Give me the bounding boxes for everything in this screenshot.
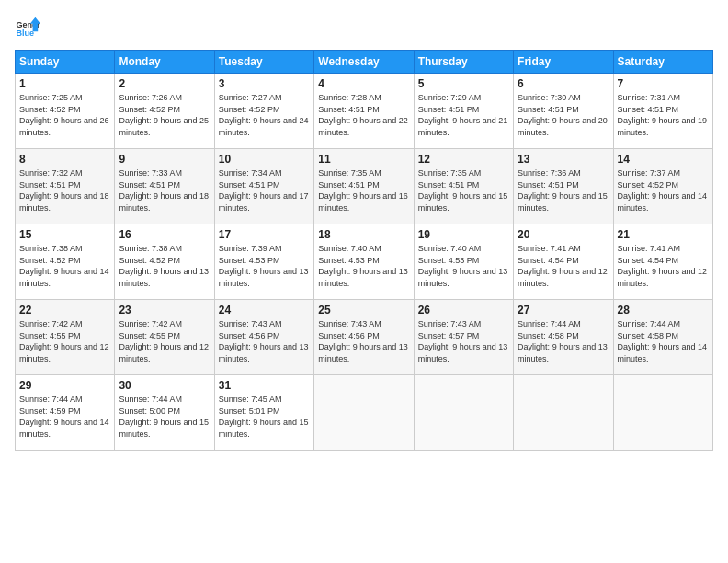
week-row-5: 29 Sunrise: 7:44 AMSunset: 4:59 PMDaylig…: [16, 375, 713, 451]
day-cell: 20 Sunrise: 7:41 AMSunset: 4:54 PMDaylig…: [514, 224, 613, 300]
day-number: 7: [618, 77, 709, 90]
day-header-sunday: Sunday: [16, 51, 115, 74]
day-cell: 30 Sunrise: 7:44 AMSunset: 5:00 PMDaylig…: [115, 375, 214, 451]
day-number: 18: [318, 228, 409, 241]
day-info: Sunrise: 7:38 AMSunset: 4:52 PMDaylight:…: [19, 244, 109, 288]
day-number: 8: [19, 153, 110, 166]
day-cell: 1 Sunrise: 7:25 AMSunset: 4:52 PMDayligh…: [16, 74, 115, 149]
day-info: Sunrise: 7:45 AMSunset: 5:01 PMDaylight:…: [219, 395, 309, 439]
logo-icon: General Blue: [15, 15, 40, 40]
day-number: 23: [119, 304, 210, 316]
day-cell: 14 Sunrise: 7:37 AMSunset: 4:52 PMDaylig…: [613, 149, 712, 224]
day-number: 12: [418, 153, 509, 166]
day-info: Sunrise: 7:40 AMSunset: 4:53 PMDaylight:…: [418, 244, 508, 288]
day-cell: 7 Sunrise: 7:31 AMSunset: 4:51 PMDayligh…: [613, 74, 712, 149]
day-number: 24: [219, 304, 310, 316]
day-cell: 28 Sunrise: 7:44 AMSunset: 4:58 PMDaylig…: [613, 300, 712, 375]
day-cell: [514, 375, 613, 451]
day-cell: 22 Sunrise: 7:42 AMSunset: 4:55 PMDaylig…: [16, 300, 115, 375]
day-number: 16: [119, 228, 210, 241]
day-header-monday: Monday: [115, 51, 214, 74]
day-cell: 25 Sunrise: 7:43 AMSunset: 4:56 PMDaylig…: [314, 300, 414, 375]
day-cell: 26 Sunrise: 7:43 AMSunset: 4:57 PMDaylig…: [414, 300, 513, 375]
day-cell: 31 Sunrise: 7:45 AMSunset: 5:01 PMDaylig…: [214, 375, 313, 451]
day-header-tuesday: Tuesday: [214, 51, 313, 74]
day-header-wednesday: Wednesday: [314, 51, 414, 74]
day-info: Sunrise: 7:41 AMSunset: 4:54 PMDaylight:…: [618, 244, 708, 288]
day-number: 13: [518, 153, 609, 166]
day-info: Sunrise: 7:28 AMSunset: 4:51 PMDaylight:…: [318, 93, 408, 137]
day-info: Sunrise: 7:29 AMSunset: 4:51 PMDaylight:…: [418, 93, 508, 137]
day-number: 21: [618, 228, 709, 241]
day-info: Sunrise: 7:41 AMSunset: 4:54 PMDaylight:…: [518, 244, 608, 288]
logo: General Blue: [15, 15, 40, 40]
day-number: 2: [119, 77, 210, 90]
day-number: 20: [518, 228, 609, 241]
day-number: 9: [119, 153, 210, 166]
day-info: Sunrise: 7:32 AMSunset: 4:51 PMDaylight:…: [19, 168, 109, 213]
day-number: 11: [318, 153, 409, 166]
day-number: 1: [19, 77, 110, 90]
day-cell: 13 Sunrise: 7:36 AMSunset: 4:51 PMDaylig…: [514, 149, 613, 224]
day-cell: [314, 375, 414, 451]
day-number: 17: [219, 228, 310, 241]
day-number: 3: [219, 77, 310, 90]
day-cell: 11 Sunrise: 7:35 AMSunset: 4:51 PMDaylig…: [314, 149, 414, 224]
day-cell: 9 Sunrise: 7:33 AMSunset: 4:51 PMDayligh…: [115, 149, 214, 224]
week-row-3: 15 Sunrise: 7:38 AMSunset: 4:52 PMDaylig…: [16, 224, 713, 300]
day-number: 10: [219, 153, 310, 166]
day-cell: [613, 375, 712, 451]
day-header-thursday: Thursday: [414, 51, 513, 74]
day-info: Sunrise: 7:44 AMSunset: 4:59 PMDaylight:…: [19, 395, 109, 439]
day-info: Sunrise: 7:35 AMSunset: 4:51 PMDaylight:…: [318, 168, 408, 213]
day-cell: 2 Sunrise: 7:26 AMSunset: 4:52 PMDayligh…: [115, 74, 214, 149]
svg-text:Blue: Blue: [16, 29, 34, 38]
day-info: Sunrise: 7:30 AMSunset: 4:51 PMDaylight:…: [518, 93, 608, 137]
week-row-2: 8 Sunrise: 7:32 AMSunset: 4:51 PMDayligh…: [16, 149, 713, 224]
day-number: 31: [219, 379, 310, 392]
day-number: 26: [418, 304, 509, 316]
header: General Blue: [15, 15, 713, 40]
day-info: Sunrise: 7:37 AMSunset: 4:52 PMDaylight:…: [618, 168, 708, 213]
day-number: 25: [318, 304, 409, 316]
day-cell: 4 Sunrise: 7:28 AMSunset: 4:51 PMDayligh…: [314, 74, 414, 149]
day-cell: 24 Sunrise: 7:43 AMSunset: 4:56 PMDaylig…: [214, 300, 313, 375]
day-number: 14: [618, 153, 709, 166]
day-number: 27: [518, 304, 609, 316]
day-info: Sunrise: 7:40 AMSunset: 4:53 PMDaylight:…: [318, 244, 408, 288]
day-number: 29: [19, 379, 110, 392]
week-row-1: 1 Sunrise: 7:25 AMSunset: 4:52 PMDayligh…: [16, 74, 713, 149]
day-number: 6: [518, 77, 609, 90]
day-header-friday: Friday: [514, 51, 613, 74]
day-number: 19: [418, 228, 509, 241]
day-info: Sunrise: 7:26 AMSunset: 4:52 PMDaylight:…: [119, 93, 209, 137]
day-info: Sunrise: 7:39 AMSunset: 4:53 PMDaylight:…: [219, 244, 309, 288]
calendar-body: 1 Sunrise: 7:25 AMSunset: 4:52 PMDayligh…: [16, 74, 713, 451]
day-cell: 3 Sunrise: 7:27 AMSunset: 4:52 PMDayligh…: [214, 74, 313, 149]
day-cell: 19 Sunrise: 7:40 AMSunset: 4:53 PMDaylig…: [414, 224, 513, 300]
day-number: 4: [318, 77, 409, 90]
day-number: 5: [418, 77, 509, 90]
day-cell: [414, 375, 513, 451]
page: General Blue SundayMondayTuesdayWednesda…: [0, 0, 728, 563]
day-info: Sunrise: 7:42 AMSunset: 4:55 PMDaylight:…: [19, 319, 109, 363]
day-header-saturday: Saturday: [613, 51, 712, 74]
day-info: Sunrise: 7:42 AMSunset: 4:55 PMDaylight:…: [119, 319, 209, 363]
week-row-4: 22 Sunrise: 7:42 AMSunset: 4:55 PMDaylig…: [16, 300, 713, 375]
day-info: Sunrise: 7:36 AMSunset: 4:51 PMDaylight:…: [518, 168, 608, 213]
day-cell: 17 Sunrise: 7:39 AMSunset: 4:53 PMDaylig…: [214, 224, 313, 300]
day-cell: 23 Sunrise: 7:42 AMSunset: 4:55 PMDaylig…: [115, 300, 214, 375]
day-cell: 18 Sunrise: 7:40 AMSunset: 4:53 PMDaylig…: [314, 224, 414, 300]
day-number: 22: [19, 304, 110, 316]
day-cell: 29 Sunrise: 7:44 AMSunset: 4:59 PMDaylig…: [16, 375, 115, 451]
day-info: Sunrise: 7:38 AMSunset: 4:52 PMDaylight:…: [119, 244, 209, 288]
day-cell: 15 Sunrise: 7:38 AMSunset: 4:52 PMDaylig…: [16, 224, 115, 300]
day-cell: 10 Sunrise: 7:34 AMSunset: 4:51 PMDaylig…: [214, 149, 313, 224]
day-info: Sunrise: 7:44 AMSunset: 5:00 PMDaylight:…: [119, 395, 209, 439]
day-info: Sunrise: 7:31 AMSunset: 4:51 PMDaylight:…: [618, 93, 708, 137]
day-cell: 16 Sunrise: 7:38 AMSunset: 4:52 PMDaylig…: [115, 224, 214, 300]
day-cell: 21 Sunrise: 7:41 AMSunset: 4:54 PMDaylig…: [613, 224, 712, 300]
day-info: Sunrise: 7:44 AMSunset: 4:58 PMDaylight:…: [518, 319, 608, 363]
day-cell: 8 Sunrise: 7:32 AMSunset: 4:51 PMDayligh…: [16, 149, 115, 224]
day-cell: 27 Sunrise: 7:44 AMSunset: 4:58 PMDaylig…: [514, 300, 613, 375]
